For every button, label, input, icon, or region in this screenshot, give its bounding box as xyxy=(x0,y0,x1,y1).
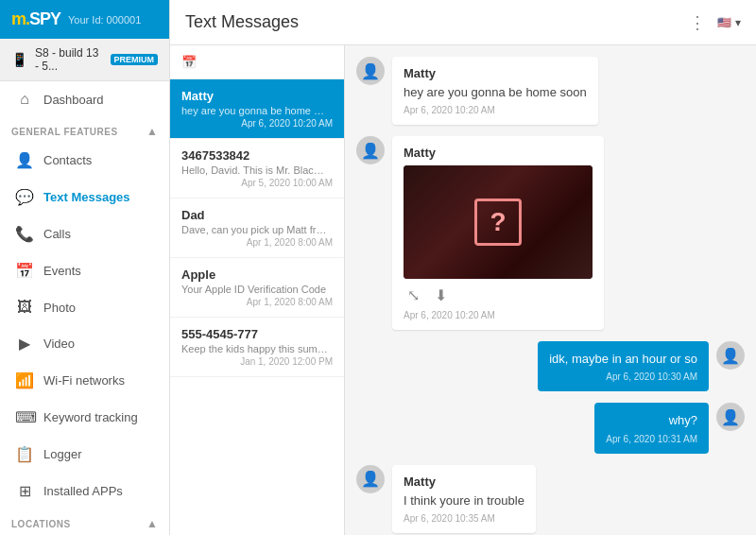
image-placeholder: ? xyxy=(474,198,522,246)
apps-icon: ⊞ xyxy=(15,482,34,500)
conversation-item[interactable]: Matty hey are you gonna be home soon Apr… xyxy=(170,79,344,139)
keyword-icon: ⌨ xyxy=(15,408,34,426)
conversation-item[interactable]: 3467533842 Hello, David. This is Mr. Bla… xyxy=(170,139,344,198)
sidebar-item-photo[interactable]: 🖼 Photo xyxy=(0,289,169,325)
wifi-icon: 📶 xyxy=(15,371,34,389)
conversation-item[interactable]: Dad Dave, can you pick up Matt from scho… xyxy=(170,198,344,258)
sidebar-item-keyword-label: Keyword tracking xyxy=(43,410,138,424)
sidebar-item-video[interactable]: ▶ Video xyxy=(0,325,169,362)
person-icon: 👤 xyxy=(361,142,380,160)
message-text: why? xyxy=(606,412,697,429)
message-bubble: Matty ? ⤡ ⬇ Apr 6, 2020 10:20 AM xyxy=(392,136,604,330)
locations-chevron-icon: ▲ xyxy=(146,517,158,530)
chevron-up-icon: ▲ xyxy=(146,125,158,138)
person-icon: 👤 xyxy=(721,347,740,365)
video-icon: ▶ xyxy=(15,335,34,353)
message-bubble: why? Apr 6, 2020 10:31 AM xyxy=(594,403,709,453)
sidebar: m.SPY Your Id: 000001 📱 S8 - build 13 - … xyxy=(0,0,170,535)
logger-icon: 📋 xyxy=(15,445,34,463)
conv-name: 555-4545-777 xyxy=(181,327,333,341)
conversation-item[interactable]: 555-4545-777 Keep the kids happy this su… xyxy=(170,318,344,377)
image-actions: ⤡ ⬇ xyxy=(404,285,593,306)
messages-area: 📅 Matty hey are you gonna be home soon A… xyxy=(170,45,756,535)
conv-time: Jan 1, 2020 12:00 PM xyxy=(181,356,333,367)
sidebar-item-keyword-tracking[interactable]: ⌨ Keyword tracking xyxy=(0,399,169,436)
conv-name: 3467533842 xyxy=(181,148,333,163)
avatar: 👤 xyxy=(716,341,745,370)
image-content: ? xyxy=(404,165,593,279)
device-name: S8 - build 13 - 5... xyxy=(35,46,103,73)
message-sender: Matty xyxy=(404,146,593,160)
device-item[interactable]: 📱 S8 - build 13 - 5... PREMIUM xyxy=(0,39,169,81)
sidebar-item-text-messages-label: Text Messages xyxy=(43,190,130,204)
person-icon: 👤 xyxy=(361,62,380,80)
sidebar-item-wifi[interactable]: 📶 Wi-Fi networks xyxy=(0,362,169,399)
sidebar-item-logger-label: Logger xyxy=(43,447,81,461)
device-icon: 📱 xyxy=(11,52,27,67)
header-actions: ⋮ 🇺🇸 ▾ xyxy=(689,12,741,33)
avatar: 👤 xyxy=(356,57,385,85)
conv-preview: Your Apple ID Verification Code xyxy=(181,284,328,295)
message-item: 👤 Matty I think youre in trouble Apr 6, … xyxy=(356,465,745,533)
message-item: 👤 Matty ? ⤡ ⬇ Apr 6, 2020 10:20 AM xyxy=(356,136,745,330)
more-options-button[interactable]: ⋮ xyxy=(689,12,706,33)
avatar: 👤 xyxy=(356,136,385,164)
sidebar-item-contacts[interactable]: 👤 Contacts xyxy=(0,142,169,179)
message-bubble: idk, maybe in an hour or so Apr 6, 2020 … xyxy=(538,341,709,391)
sidebar-item-calls[interactable]: 📞 Calls xyxy=(0,216,169,252)
conv-name: Matty xyxy=(181,89,333,103)
sidebar-item-contacts-label: Contacts xyxy=(43,153,92,167)
conversations-list: 📅 Matty hey are you gonna be home soon A… xyxy=(170,45,345,535)
sidebar-item-dashboard[interactable]: ⌂ Dashboard xyxy=(0,81,169,117)
sidebar-item-events[interactable]: 📅 Events xyxy=(0,252,169,289)
person-icon: 👤 xyxy=(361,470,380,488)
message-item: idk, maybe in an hour or so Apr 6, 2020 … xyxy=(356,341,745,391)
conv-preview: Keep the kids happy this summer with ... xyxy=(181,343,328,354)
conv-preview: Dave, can you pick up Matt from schoo... xyxy=(181,224,328,235)
sidebar-item-text-messages[interactable]: 💬 Text Messages xyxy=(0,179,169,216)
general-features-section: GENERAL FEATURES ▲ xyxy=(0,117,169,142)
sidebar-item-installed-apps[interactable]: ⊞ Installed APPs xyxy=(0,473,169,509)
message-bubble: Matty hey are you gonna be home soon Apr… xyxy=(392,57,598,125)
message-sender: Matty xyxy=(404,66,587,80)
language-selector[interactable]: 🇺🇸 ▾ xyxy=(717,16,741,29)
premium-badge: PREMIUM xyxy=(111,54,159,65)
conv-name: Apple xyxy=(181,268,333,282)
calendar-icon: 📅 xyxy=(181,55,197,69)
sidebar-item-video-label: Video xyxy=(43,337,75,351)
message-time: Apr 6, 2020 10:20 AM xyxy=(404,310,593,320)
message-sender: Matty xyxy=(404,475,524,489)
conversation-item[interactable]: Apple Your Apple ID Verification Code Ap… xyxy=(170,258,344,318)
main-header: Text Messages ⋮ 🇺🇸 ▾ xyxy=(170,0,756,45)
user-id: Your Id: 000001 xyxy=(68,14,141,26)
message-image: ? xyxy=(404,165,593,279)
conv-preview: Hello, David. This is Mr. Black. I've no… xyxy=(181,164,328,176)
conv-time: Apr 6, 2020 10:20 AM xyxy=(181,118,333,129)
sidebar-item-apps-label: Installed APPs xyxy=(43,484,123,498)
events-icon: 📅 xyxy=(15,262,34,280)
chat-panel: 👤 Matty hey are you gonna be home soon A… xyxy=(345,45,756,535)
sidebar-item-calls-label: Calls xyxy=(43,227,71,241)
sidebar-item-logger[interactable]: 📋 Logger xyxy=(0,436,169,473)
conv-preview: hey are you gonna be home soon xyxy=(181,105,328,116)
locations-section: LOCATIONS ▲ xyxy=(0,509,169,534)
general-features-label: GENERAL FEATURES xyxy=(11,127,118,137)
expand-image-button[interactable]: ⤡ xyxy=(404,285,423,306)
conv-time: Apr 1, 2020 8:00 AM xyxy=(181,237,333,248)
message-text: I think youre in trouble xyxy=(404,492,524,509)
message-time: Apr 6, 2020 10:35 AM xyxy=(404,513,524,524)
message-time: Apr 6, 2020 10:31 AM xyxy=(606,434,697,444)
message-item: 👤 Matty hey are you gonna be home soon A… xyxy=(356,57,745,125)
calendar-filter[interactable]: 📅 xyxy=(170,45,344,79)
logo: m.SPY xyxy=(11,9,60,29)
sidebar-item-wifi-label: Wi-Fi networks xyxy=(43,373,125,388)
messages-icon: 💬 xyxy=(15,188,34,206)
conv-name: Dad xyxy=(181,208,333,222)
message-text: hey are you gonna be home soon xyxy=(404,84,587,101)
conv-time: Apr 5, 2020 10:00 AM xyxy=(181,178,333,188)
photo-icon: 🖼 xyxy=(15,299,34,316)
sidebar-item-photo-label: Photo xyxy=(43,301,76,315)
message-time: Apr 6, 2020 10:30 AM xyxy=(549,371,697,382)
contacts-icon: 👤 xyxy=(15,151,34,169)
download-image-button[interactable]: ⬇ xyxy=(431,285,451,306)
